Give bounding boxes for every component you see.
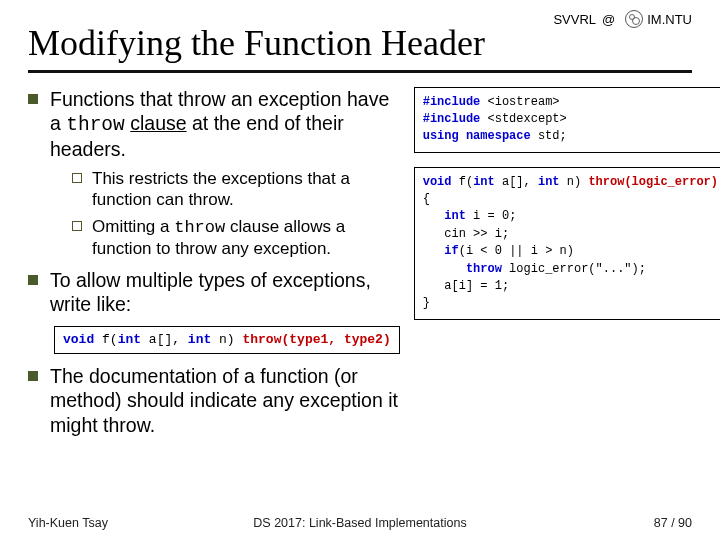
code: f(	[94, 332, 117, 347]
content-left: Functions that throw an exception have a…	[28, 87, 400, 446]
code: n)	[211, 332, 242, 347]
code-throw: throw	[66, 114, 125, 136]
code: }	[423, 296, 430, 310]
code: n)	[560, 175, 589, 189]
code: {	[423, 192, 430, 206]
footer-author: Yih-Kuen Tsay	[28, 516, 249, 530]
slide-content: Functions that throw an exception have a…	[28, 87, 692, 446]
kw: int	[423, 209, 466, 223]
code: a[i] = 1;	[423, 279, 509, 293]
sub-bullet-1: This restricts the exceptions that a fun…	[50, 168, 400, 211]
kw: int	[538, 175, 560, 189]
slide-footer: Yih-Kuen Tsay DS 2017: Link-Based Implem…	[0, 516, 720, 530]
bullet-1: Functions that throw an exception have a…	[28, 87, 400, 260]
bullet-list-2: The documentation of a function (or meth…	[28, 364, 400, 437]
kw: void	[423, 175, 452, 189]
code: std;	[538, 129, 567, 143]
page-total: 90	[678, 516, 692, 530]
sub-bullet-list: This restricts the exceptions that a fun…	[50, 168, 400, 260]
bullet-list: Functions that throw an exception have a…	[28, 87, 400, 317]
content-right: #include <iostream> #include <stdexcept>…	[414, 87, 720, 446]
kw: #include	[423, 95, 488, 109]
code: logic_error("...");	[502, 262, 646, 276]
page-current: 87	[654, 516, 668, 530]
header-left: SVVRL	[553, 12, 596, 27]
code: i = 0;	[466, 209, 516, 223]
code-includes-box: #include <iostream> #include <stdexcept>…	[414, 87, 720, 153]
bullet-3: The documentation of a function (or meth…	[28, 364, 400, 437]
code-function-box: void f(int a[], int n) throw(logic_error…	[414, 167, 720, 320]
kw: using namespace	[423, 129, 538, 143]
kw: void	[63, 332, 94, 347]
title-rule	[28, 70, 692, 73]
footer-page: 87 / 90	[471, 516, 692, 530]
page-sep: /	[668, 516, 678, 530]
slide-title: Modifying the Function Header	[28, 22, 692, 64]
header-right: IM.NTU	[647, 12, 692, 27]
kw: int	[118, 332, 141, 347]
code: <iostream>	[488, 95, 560, 109]
header-at: @	[602, 12, 615, 27]
text: Omitting a	[92, 217, 174, 236]
kw: throw	[423, 262, 502, 276]
sub-bullet-2: Omitting a throw clause allows a functio…	[50, 216, 400, 260]
code: a[],	[495, 175, 538, 189]
code-inline-box: void f(int a[], int n) throw(type1, type…	[54, 326, 400, 354]
code: cin >> i;	[423, 227, 509, 241]
kw: int	[188, 332, 211, 347]
kw: #include	[423, 112, 488, 126]
throw-clause: throw(logic_error)	[588, 175, 718, 189]
slide: SVVRL @ IM.NTU Modifying the Function He…	[0, 0, 720, 540]
kw: if	[423, 244, 459, 258]
code: (i < 0 || i > n)	[459, 244, 574, 258]
code: a[],	[141, 332, 188, 347]
code-throw: throw	[174, 218, 225, 237]
kw: int	[473, 175, 495, 189]
bullet-2: To allow multiple types of exceptions, w…	[28, 268, 400, 317]
code: f(	[452, 175, 474, 189]
code: <stdexcept>	[488, 112, 567, 126]
throw-clause: throw(type1, type2)	[242, 332, 390, 347]
footer-course: DS 2017: Link-Based Implementations	[249, 516, 470, 530]
text-underline: clause	[130, 112, 186, 134]
